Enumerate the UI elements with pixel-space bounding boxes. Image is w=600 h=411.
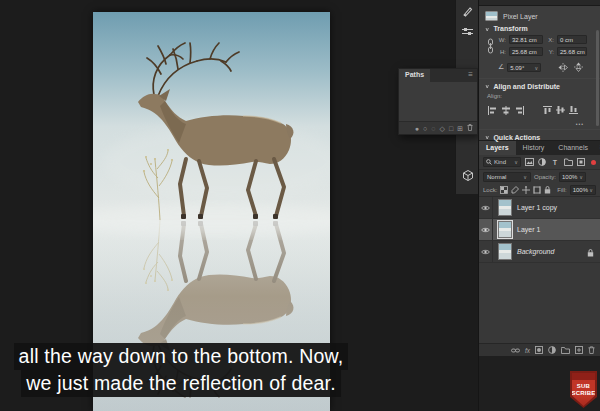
tab-layers[interactable]: Layers: [479, 141, 516, 155]
chevron-down-icon: ∨: [589, 187, 593, 194]
filter-smart-object-icon[interactable]: [576, 157, 586, 167]
layers-panel-menu-icon[interactable]: ≡: [595, 141, 600, 155]
properties-sliders-icon[interactable]: [456, 22, 479, 40]
properties-panel: Pixel Layer ∨ Transform W: 32.81 cm X: 0…: [479, 6, 600, 140]
x-label: X:: [546, 37, 554, 43]
chevron-down-icon: ∨: [485, 135, 489, 141]
lock-paint-brush-icon[interactable]: [511, 186, 519, 194]
quick-actions-section-header[interactable]: ∨ Quick Actions: [485, 132, 594, 143]
align-right-icon[interactable]: [515, 101, 525, 119]
panels-column: Pixel Layer ∨ Transform W: 32.81 cm X: 0…: [478, 0, 600, 411]
visibility-toggle[interactable]: [479, 219, 493, 240]
filter-group-layers-icon[interactable]: [563, 157, 573, 167]
rotation-angle-field[interactable]: 5.09° ∨: [507, 63, 541, 72]
new-path-icon[interactable]: ⊞: [457, 125, 463, 132]
photoshop-window: A Paths ≡ ● ○ ◌ ◇ □ ⊞ Pixel: [0, 0, 600, 411]
paths-menu-icon[interactable]: ≡: [464, 69, 477, 82]
layers-footer: fx: [479, 343, 600, 356]
visibility-toggle[interactable]: [479, 197, 493, 218]
flip-horizontal-icon[interactable]: [558, 58, 568, 76]
chevron-down-icon: ∨: [523, 174, 527, 181]
filter-kind-dropdown[interactable]: Kind ∨: [483, 157, 521, 167]
libraries-cube-icon[interactable]: [456, 166, 479, 184]
align-center-horizontal-icon[interactable]: [501, 101, 511, 119]
align-middle-vertical-icon[interactable]: [556, 101, 565, 119]
align-label: Align:: [487, 93, 594, 99]
delete-layer-icon[interactable]: [588, 346, 595, 354]
lock-all-icon[interactable]: [544, 186, 551, 194]
pen-paths-icon[interactable]: [456, 2, 479, 20]
eye-icon: [481, 249, 490, 255]
chevron-down-icon: ∨: [535, 65, 539, 71]
align-top-icon[interactable]: [543, 101, 552, 119]
opacity-label: Opacity:: [534, 174, 556, 180]
layers-filter-row: Kind ∨ T: [479, 155, 600, 170]
blend-mode-dropdown[interactable]: Normal ∨: [483, 172, 531, 182]
layer-row-background[interactable]: Background: [479, 241, 600, 263]
paths-tabbar: Paths ≡: [399, 69, 477, 82]
layer-effects-icon[interactable]: fx: [525, 347, 530, 354]
height-field[interactable]: 25.68 cm: [509, 47, 543, 56]
tab-history[interactable]: History: [516, 141, 552, 155]
filter-type-layers-icon[interactable]: T: [550, 157, 560, 167]
layer-thumbnail[interactable]: [498, 221, 512, 238]
lock-transparency-icon[interactable]: [500, 186, 508, 194]
background-lock-icon[interactable]: [587, 243, 594, 261]
visibility-toggle[interactable]: [479, 241, 493, 262]
stroke-path-icon[interactable]: ○: [423, 125, 427, 132]
y-label: Y:: [546, 49, 554, 55]
chevron-down-icon: ∨: [579, 174, 583, 181]
width-field[interactable]: 32.81 cm: [509, 35, 543, 44]
tab-channels[interactable]: Channels: [551, 141, 595, 155]
delete-path-icon[interactable]: [467, 124, 473, 132]
lock-label: Lock:: [483, 187, 497, 193]
link-dimensions-icon[interactable]: [485, 38, 495, 54]
pixel-layer-thumbnail-icon: [485, 11, 498, 21]
align-section-header[interactable]: ∨ Align and Distribute: [485, 81, 594, 92]
lock-position-icon[interactable]: [522, 186, 530, 194]
search-icon: [486, 159, 492, 165]
new-layer-icon[interactable]: [575, 346, 583, 354]
y-field[interactable]: 25.68 cm: [557, 47, 587, 56]
rotate-angle-icon: ∠: [498, 63, 504, 71]
filtering-on-indicator[interactable]: [591, 160, 596, 165]
layer-row-layer1-copy[interactable]: Layer 1 copy: [479, 197, 600, 219]
paths-panel: Paths ≡ ● ○ ◌ ◇ □ ⊞: [398, 68, 478, 135]
tab-paths[interactable]: Paths: [399, 69, 430, 82]
fill-path-icon[interactable]: ●: [415, 125, 419, 132]
layer-thumbnail[interactable]: [498, 199, 512, 216]
make-work-path-icon[interactable]: ◇: [440, 125, 445, 132]
layer-row-layer1[interactable]: Layer 1: [479, 219, 600, 241]
flip-vertical-icon[interactable]: [574, 58, 583, 76]
lock-artboard-icon[interactable]: [533, 186, 541, 194]
opacity-field[interactable]: 100% ∨: [559, 172, 586, 182]
new-group-icon[interactable]: [561, 347, 570, 354]
load-selection-icon[interactable]: ◌: [431, 125, 435, 132]
chevron-down-icon: ∨: [485, 84, 489, 90]
layer-name[interactable]: Layer 1: [517, 226, 540, 233]
subscribe-label-line2: SCRIBE: [572, 390, 596, 397]
paths-list-empty[interactable]: [399, 82, 477, 121]
x-field[interactable]: 0 cm: [557, 35, 587, 44]
eye-icon: [481, 227, 490, 233]
align-bottom-icon[interactable]: [569, 101, 578, 119]
filter-adjustment-layers-icon[interactable]: [537, 157, 547, 167]
transform-section-header[interactable]: ∨ Transform: [485, 23, 594, 34]
layer-list: Layer 1 copy Layer 1 Background: [479, 197, 600, 343]
align-left-icon[interactable]: [487, 101, 497, 119]
caption-line-2: we just made the reflection of dear.: [21, 370, 341, 397]
eye-icon: [481, 205, 490, 211]
filter-pixel-layers-icon[interactable]: [524, 157, 534, 167]
align-more-options[interactable]: •••: [485, 121, 584, 127]
new-adjustment-layer-icon[interactable]: [548, 346, 556, 354]
layer-name[interactable]: Background: [517, 248, 554, 255]
add-mask-icon[interactable]: □: [449, 125, 453, 132]
video-captions: all the way down to the bottom. Now, we …: [0, 343, 362, 397]
layer-name[interactable]: Layer 1 copy: [517, 204, 557, 211]
blend-row: Normal ∨ Opacity: 100% ∨: [479, 170, 600, 184]
fill-field[interactable]: 100% ∨: [570, 185, 596, 195]
add-layer-mask-icon[interactable]: [535, 346, 543, 354]
properties-scrollbar[interactable]: [596, 30, 599, 126]
link-layers-icon[interactable]: [511, 347, 520, 354]
layer-thumbnail[interactable]: [498, 243, 512, 260]
